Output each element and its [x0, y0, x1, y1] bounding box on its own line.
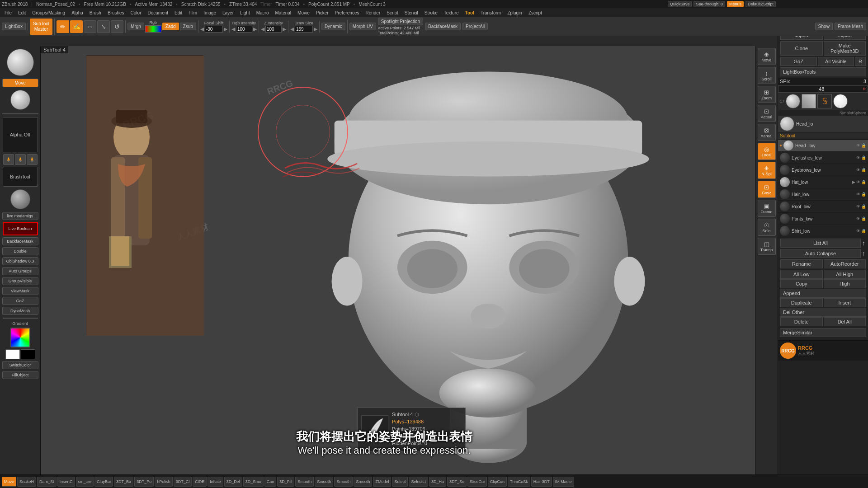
collapse-expand-icon[interactable]: ↑ — [861, 249, 866, 258]
s-mat-btn[interactable]: 𝕊 — [817, 94, 832, 108]
simplet-sphere-btn[interactable] — [833, 94, 848, 108]
lock-icon-hat[interactable]: 🔒 — [861, 180, 866, 184]
bb-3dtcl-btn[interactable]: 3DT_Cl — [174, 477, 192, 487]
list-all-btn[interactable]: List All — [780, 239, 861, 248]
dynamic-btn[interactable]: Dynamic — [321, 23, 345, 30]
project-all-btn[interactable]: ProjectAll — [462, 23, 488, 30]
gxyz-tool-btn[interactable]: ⊡Gxyz — [758, 181, 776, 198]
auto-collapse-btn[interactable]: Auto Collapse — [780, 249, 861, 258]
duplicate-btn[interactable]: Duplicate — [780, 298, 823, 307]
move-btn[interactable]: ↔ — [84, 20, 96, 33]
st-item-eyebrows[interactable]: Eyebrows_low 👁 🔒 — [778, 164, 868, 176]
menu-stencil[interactable]: Stencil — [402, 10, 421, 16]
lock-icon-eyelashes[interactable]: 🔒 — [861, 155, 866, 160]
brush-preview[interactable] — [10, 90, 30, 110]
menu-layer[interactable]: Layer — [220, 10, 236, 16]
bb-3dha-btn[interactable]: 3D_Ha — [429, 477, 446, 487]
eye-icon-shirt[interactable]: 👁 — [856, 229, 860, 233]
bb-3dtpo-btn[interactable]: 3DT_Po — [134, 477, 154, 487]
scroll-tool-btn[interactable]: ↕Scroll — [758, 67, 776, 84]
eye-icon-hat[interactable]: 👁 — [856, 180, 860, 184]
eye-icon-hair[interactable]: 👁 — [856, 192, 860, 197]
eye-icon-head-low[interactable]: 👁 — [856, 143, 860, 148]
default-zscript-btn[interactable]: DefaultZScript — [745, 1, 776, 7]
list-expand-icon[interactable]: ↑ — [861, 239, 866, 248]
move-tool-btn[interactable]: ⊕Move — [758, 48, 776, 65]
focal-shift-input[interactable] — [205, 26, 223, 33]
menu-film[interactable]: Film — [186, 10, 200, 16]
backface-mask-left[interactable]: BackfaceMask — [2, 237, 38, 245]
menu-image[interactable]: Image — [201, 10, 219, 16]
bb-move-btn[interactable]: Move — [2, 477, 16, 487]
figure-icon-1[interactable]: 🧍 — [3, 154, 14, 165]
figure-icon-2[interactable]: 🧍 — [15, 154, 26, 165]
menu-edit[interactable]: Edit — [15, 10, 28, 16]
edit-btn[interactable]: ✏ — [57, 20, 69, 33]
nspi-tool-btn[interactable]: ✳N-Spi — [758, 162, 776, 179]
dyna-mesh-btn[interactable]: DynaMesh — [2, 307, 38, 315]
bb-hair3dt-btn[interactable]: Hair 3DT — [531, 477, 552, 487]
all-visible-btn[interactable]: All Visible — [818, 57, 854, 66]
bb-3dtba-btn[interactable]: 3DT_Ba — [114, 477, 133, 487]
bb-3dtso-btn[interactable]: 3DT_So — [447, 477, 467, 487]
menu-tool[interactable]: Tool — [462, 10, 477, 16]
bb-3dsmo-btn[interactable]: 3D_Smo — [243, 477, 264, 487]
fill-object-btn[interactable]: FillObject — [2, 371, 38, 379]
bb-inflate-btn[interactable]: Inflate — [208, 477, 223, 487]
goz-btn[interactable]: GoZ — [2, 297, 38, 305]
scale-btn[interactable]: ⤡ — [97, 20, 110, 33]
menu-alpha[interactable]: Alpha — [69, 10, 86, 16]
menu-picker[interactable]: Picker — [313, 10, 331, 16]
switch-color-btn[interactable]: SwitchColor — [2, 361, 38, 369]
see-through-btn[interactable]: See-through: 0 — [693, 1, 725, 7]
mrgh-btn[interactable]: Mrgh — [127, 23, 144, 30]
transp-tool-btn[interactable]: ◫Transp — [758, 238, 776, 255]
menu-brush[interactable]: Brush — [87, 10, 104, 16]
bb-zmodel-btn[interactable]: ZModel — [373, 477, 391, 487]
make-polymesh-btn[interactable]: Make PolyMesh3D — [824, 41, 866, 56]
draw-btn[interactable]: ✍ — [70, 20, 83, 33]
menu-script[interactable]: Script — [384, 10, 401, 16]
menu-brushes[interactable]: Brushes — [105, 10, 127, 16]
del-all-btn[interactable]: Del All — [824, 317, 866, 326]
lock-icon-hair[interactable]: 🔒 — [861, 192, 866, 197]
st-item-shirt[interactable]: Shirt_low 👁 🔒 — [778, 225, 868, 237]
goz-right-btn[interactable]: GoZ — [780, 57, 817, 66]
st-item-hat[interactable]: Hat_low ▶ 👁 🔒 — [778, 176, 868, 188]
lock-icon-roof[interactable]: 🔒 — [861, 204, 866, 209]
cylinder-mat-btn[interactable] — [802, 94, 816, 108]
arrow-icon-hat[interactable]: ▶ — [852, 180, 855, 184]
show-btn[interactable]: Show — [815, 23, 833, 30]
move-btn-left[interactable]: Move — [2, 79, 38, 87]
bb-trimcusk-btn[interactable]: TrimCuSk — [508, 477, 530, 487]
st-item-hair[interactable]: Hair_low 👁 🔒 — [778, 188, 868, 201]
eye-icon-pants[interactable]: 👁 — [856, 216, 860, 221]
actual-tool-btn[interactable]: ⊡Actual — [758, 105, 776, 122]
z-intensity-input[interactable] — [265, 26, 282, 33]
lock-icon-shirt[interactable]: 🔒 — [861, 229, 866, 233]
white-swatch[interactable] — [5, 349, 20, 359]
group-visible-btn[interactable]: GroupVisible — [2, 277, 38, 285]
bb-insertc-btn[interactable]: InsertC — [57, 477, 75, 487]
bb-3dfill-btn[interactable]: 3D_Fill — [277, 477, 294, 487]
menu-groups[interactable]: Groups/Masking — [29, 10, 68, 16]
eye-icon-eyebrows[interactable]: 👁 — [856, 168, 860, 172]
menu-edit2[interactable]: Edit — [172, 10, 185, 16]
bb-smooth1-btn[interactable]: Smooth — [295, 477, 314, 487]
solo-tool-btn[interactable]: ☉Solo — [758, 219, 776, 236]
menu-macro[interactable]: Macro — [254, 10, 272, 16]
bb-selectlt-btn[interactable]: SelectLt — [409, 477, 428, 487]
menu-texture[interactable]: Texture — [441, 10, 462, 16]
zoom-tool-btn[interactable]: ⊞Zoom — [758, 86, 776, 103]
lock-icon-pants[interactable]: 🔒 — [861, 216, 866, 221]
menu-material[interactable]: Material — [272, 10, 294, 16]
clone-btn[interactable]: Clone — [780, 41, 823, 56]
zsub-btn[interactable]: Zsub — [180, 23, 196, 30]
r-btn[interactable]: R — [855, 57, 866, 66]
rotate-btn[interactable]: ↺ — [111, 20, 123, 33]
lock-icon-head-low[interactable]: 🔒 — [861, 143, 866, 148]
del-other-btn[interactable]: Del Other — [780, 308, 866, 317]
bb-hpolish-btn[interactable]: hPolish — [155, 477, 173, 487]
menu-render[interactable]: Render — [363, 10, 383, 16]
color-swatch[interactable] — [10, 328, 30, 347]
